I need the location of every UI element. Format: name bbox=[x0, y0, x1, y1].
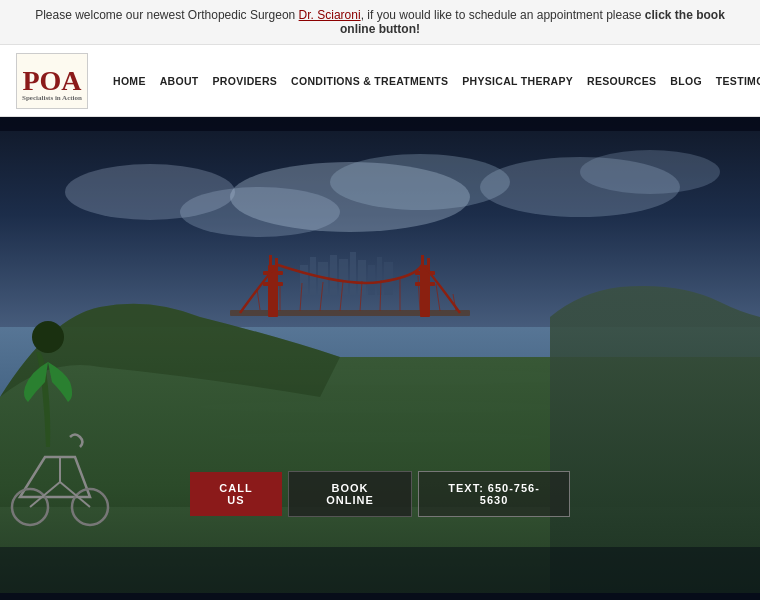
header: POA Specialists in Action HOME ABOUT PRO… bbox=[0, 45, 760, 117]
svg-rect-50 bbox=[0, 117, 760, 131]
nav-testimonials[interactable]: TESTIMONIALS bbox=[709, 71, 760, 91]
svg-rect-16 bbox=[384, 262, 393, 295]
nav-resources[interactable]: RESOURCES bbox=[580, 71, 663, 91]
svg-rect-23 bbox=[263, 271, 283, 275]
nav-blog[interactable]: BLOG bbox=[663, 71, 709, 91]
logo-text: POA bbox=[22, 67, 81, 95]
svg-rect-49 bbox=[0, 547, 760, 600]
svg-rect-21 bbox=[230, 310, 470, 316]
svg-point-43 bbox=[32, 321, 64, 353]
nav-physical-therapy[interactable]: PHYSICAL THERAPY bbox=[455, 71, 580, 91]
svg-rect-13 bbox=[358, 260, 366, 295]
book-online-button[interactable]: BOOK ONLINE bbox=[288, 471, 412, 517]
logo-subtitle: Specialists in Action bbox=[17, 94, 87, 102]
doctor-link[interactable]: Dr. Sciaroni bbox=[299, 8, 361, 22]
svg-point-6 bbox=[65, 164, 235, 220]
logo-area: POA Specialists in Action bbox=[16, 53, 106, 109]
svg-rect-12 bbox=[350, 252, 356, 295]
nav-about[interactable]: ABOUT bbox=[153, 71, 206, 91]
main-nav: HOME ABOUT PROVIDERS CONDITIONS & TREATM… bbox=[106, 70, 760, 92]
announcement-bar: Please welcome our newest Orthopedic Sur… bbox=[0, 0, 760, 45]
nav-conditions[interactable]: CONDITIONS & TREATMENTS bbox=[284, 71, 455, 91]
hero-illustration bbox=[0, 117, 760, 600]
svg-rect-15 bbox=[377, 257, 382, 295]
svg-rect-10 bbox=[330, 255, 337, 295]
call-us-button[interactable]: CALL US bbox=[190, 472, 282, 516]
svg-rect-11 bbox=[339, 259, 348, 295]
svg-rect-31 bbox=[427, 258, 430, 269]
logo[interactable]: POA Specialists in Action bbox=[16, 53, 88, 109]
announcement-prefix: Please welcome our newest Orthopedic Sur… bbox=[35, 8, 298, 22]
nav-home[interactable]: HOME bbox=[106, 71, 153, 91]
svg-rect-25 bbox=[269, 255, 272, 269]
hero-section: CALL US BOOK ONLINE TEXT: 650-756-5630 bbox=[0, 117, 760, 600]
svg-rect-14 bbox=[368, 265, 375, 295]
text-number-button[interactable]: TEXT: 650-756-5630 bbox=[418, 471, 570, 517]
cta-buttons: CALL US BOOK ONLINE TEXT: 650-756-5630 bbox=[190, 471, 570, 517]
svg-point-5 bbox=[580, 150, 720, 194]
announcement-suffix-before: , if you would like to schedule an appoi… bbox=[361, 8, 645, 22]
svg-rect-51 bbox=[0, 593, 760, 600]
nav-providers[interactable]: PROVIDERS bbox=[206, 71, 285, 91]
